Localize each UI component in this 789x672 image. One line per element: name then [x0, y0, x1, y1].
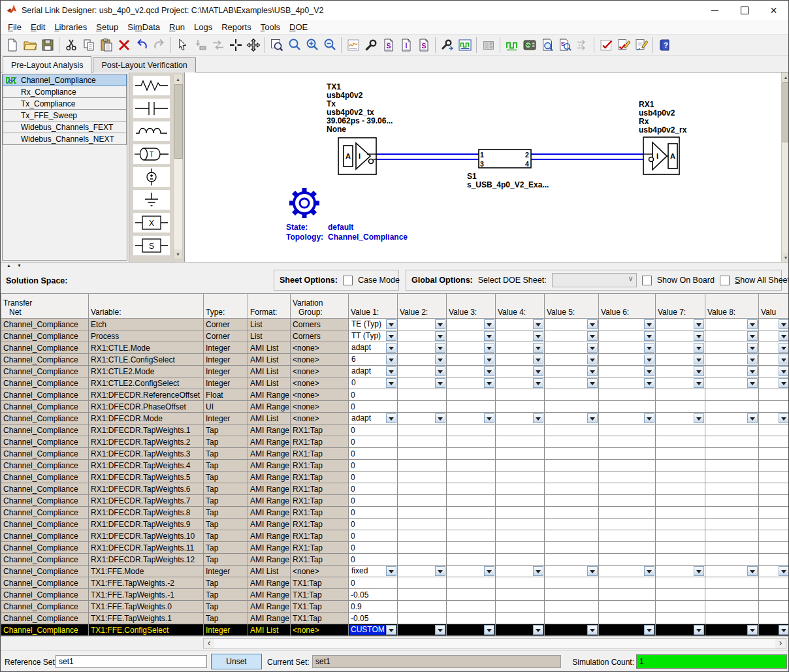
- cell-value-5[interactable]: [545, 542, 599, 554]
- value-combobox[interactable]: [447, 342, 495, 353]
- value-combobox[interactable]: [599, 413, 655, 424]
- palette-item-x-block[interactable]: X: [133, 213, 170, 232]
- dropdown-button[interactable]: [644, 378, 654, 388]
- column-header[interactable]: Value 8:: [705, 294, 759, 319]
- cell-value-3[interactable]: [447, 448, 496, 460]
- cell-format[interactable]: AMI Range: [248, 530, 291, 542]
- cell-value-4[interactable]: [496, 436, 545, 448]
- cell-variation-group[interactable]: RX1:Tap: [291, 530, 349, 542]
- cell-value-2[interactable]: [398, 530, 447, 542]
- dropdown-button[interactable]: [694, 343, 704, 353]
- value-combobox[interactable]: [447, 413, 495, 424]
- dropdown-button[interactable]: [533, 355, 543, 364]
- show-on-board-checkbox[interactable]: [642, 276, 652, 285]
- cell-value-9[interactable]: [759, 389, 789, 401]
- value-combobox[interactable]: [545, 330, 598, 342]
- dropdown-button[interactable]: [587, 331, 598, 341]
- cell-type[interactable]: Integer: [204, 566, 248, 577]
- value-combobox[interactable]: [545, 342, 598, 353]
- cell-transfer-net[interactable]: Channel_Compliance: [1, 377, 89, 389]
- cell-format[interactable]: AMI Range: [248, 401, 291, 413]
- pane-splitter[interactable]: ▲▼: [1, 262, 789, 268]
- menu-file[interactable]: File: [3, 21, 26, 33]
- value-combobox[interactable]: [759, 319, 789, 330]
- cell-variable[interactable]: TX1:FFE.TapWeights.-2: [89, 577, 204, 589]
- dropdown-button[interactable]: [435, 566, 445, 576]
- cell-type[interactable]: Tap: [204, 530, 248, 542]
- cell-value-3[interactable]: [447, 472, 496, 483]
- cell-value-7[interactable]: [656, 460, 705, 472]
- column-header[interactable]: Value 5:: [545, 294, 599, 319]
- cell-format[interactable]: AMI Range: [248, 589, 291, 601]
- column-header[interactable]: TransferNet: [1, 294, 89, 319]
- cell-variable[interactable]: RX1:DFECDR.Mode: [89, 413, 204, 424]
- toolbar-button-zoom-select[interactable]: [285, 36, 303, 54]
- cell-transfer-net[interactable]: Channel_Compliance: [1, 519, 89, 530]
- toolbar-button-help[interactable]: ?: [656, 36, 673, 54]
- cell-value-1[interactable]: 0: [349, 519, 398, 530]
- cell-variation-group[interactable]: TX1:Tap: [291, 601, 349, 613]
- cell-variation-group[interactable]: RX1:Tap: [291, 448, 349, 460]
- cell-value-2[interactable]: [398, 436, 447, 448]
- cell-value-1[interactable]: 0: [349, 389, 398, 401]
- cell-variable[interactable]: RX1:DFECDR.TapWeights.6: [89, 483, 204, 495]
- cell-value-5[interactable]: [545, 448, 599, 460]
- cell-transfer-net[interactable]: Channel_Compliance: [1, 436, 89, 448]
- value-combobox[interactable]: adapt: [349, 342, 397, 353]
- dropdown-button[interactable]: [747, 413, 758, 423]
- value-combobox[interactable]: [496, 413, 544, 424]
- cell-type[interactable]: Integer: [204, 354, 248, 366]
- cell-value-2[interactable]: [398, 424, 447, 436]
- dropdown-button[interactable]: [533, 566, 543, 576]
- sheet-item-tx_compliance[interactable]: Tx_Compliance: [3, 97, 127, 110]
- column-header[interactable]: Type:: [204, 294, 248, 319]
- toolbar-button-cut[interactable]: [62, 36, 80, 54]
- toolbar-button-edit-sim[interactable]: [632, 36, 650, 54]
- dropdown-button[interactable]: [435, 319, 445, 329]
- cell-value-7[interactable]: [656, 389, 705, 401]
- toolbar-button-view-report[interactable]: S: [556, 36, 573, 54]
- value-combobox[interactable]: [705, 366, 758, 377]
- cell-type[interactable]: Tap: [204, 495, 248, 507]
- cell-variation-group[interactable]: RX1:Tap: [291, 483, 349, 495]
- cell-value-1[interactable]: -0.05: [349, 589, 398, 601]
- cell-value-8[interactable]: [705, 472, 759, 483]
- cell-value-2[interactable]: [398, 401, 447, 413]
- cell-variable[interactable]: RX1:DFECDR.TapWeights.5: [89, 472, 204, 483]
- close-button[interactable]: ×: [759, 1, 788, 20]
- cell-value-6[interactable]: [599, 448, 656, 460]
- scroll-right-icon[interactable]: ›: [775, 639, 786, 648]
- cell-value-4[interactable]: [496, 554, 545, 566]
- dropdown-button[interactable]: [533, 343, 543, 353]
- splitter-down-icon[interactable]: ▼: [17, 263, 22, 268]
- cell-variation-group[interactable]: Corners: [291, 319, 349, 330]
- dropdown-button[interactable]: [694, 413, 704, 423]
- toolbar-button-undo[interactable]: [133, 36, 150, 54]
- cell-value-5[interactable]: [545, 495, 599, 507]
- value-combobox[interactable]: [599, 319, 655, 330]
- cell-value-6[interactable]: [599, 530, 656, 542]
- cell-value-1[interactable]: 0: [349, 495, 398, 507]
- cell-value-9[interactable]: [759, 472, 789, 483]
- cell-variable[interactable]: RX1:DFECDR.TapWeights.3: [89, 448, 204, 460]
- value-combobox[interactable]: 6: [349, 354, 397, 365]
- toolbar-button-board-view[interactable]: [479, 36, 497, 54]
- cell-variable[interactable]: Process: [89, 330, 204, 342]
- s1-symbol[interactable]: 1 2 3 4: [479, 150, 531, 168]
- cell-transfer-net[interactable]: Channel_Compliance: [1, 389, 89, 401]
- cell-type[interactable]: Tap: [204, 589, 248, 601]
- value-combobox[interactable]: adapt: [349, 413, 397, 424]
- cell-value-6[interactable]: [599, 460, 656, 472]
- toolbar-button-crosshair[interactable]: [227, 36, 244, 54]
- cell-value-5[interactable]: [545, 554, 599, 566]
- sheet-item-channel_compliance[interactable]: Channel_Compliance: [3, 74, 127, 86]
- value-combobox[interactable]: [545, 413, 598, 424]
- dropdown-button[interactable]: [694, 378, 704, 388]
- cell-variation-group[interactable]: <none>: [291, 377, 349, 389]
- dropdown-button[interactable]: [694, 355, 704, 364]
- cell-transfer-net[interactable]: Channel_Compliance: [1, 613, 89, 624]
- cell-value-4[interactable]: [496, 507, 545, 519]
- cell-value-5[interactable]: [545, 507, 599, 519]
- cell-value-2[interactable]: [398, 460, 447, 472]
- value-combobox[interactable]: [656, 413, 705, 424]
